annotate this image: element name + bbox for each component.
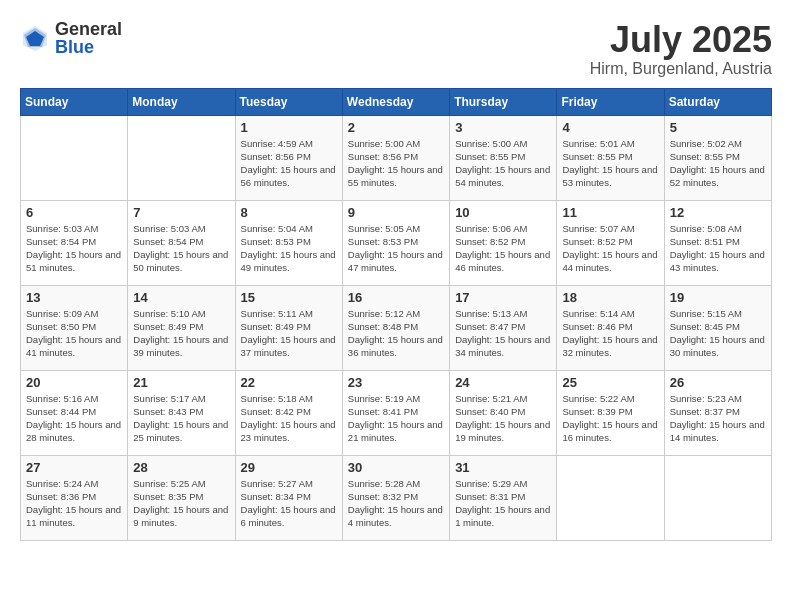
day-info: Sunrise: 5:00 AMSunset: 8:55 PMDaylight:… bbox=[455, 137, 551, 190]
calendar-cell bbox=[128, 115, 235, 200]
calendar-cell: 7Sunrise: 5:03 AMSunset: 8:54 PMDaylight… bbox=[128, 200, 235, 285]
weekday-header-tuesday: Tuesday bbox=[235, 88, 342, 115]
calendar-table: SundayMondayTuesdayWednesdayThursdayFrid… bbox=[20, 88, 772, 541]
calendar-cell: 27Sunrise: 5:24 AMSunset: 8:36 PMDayligh… bbox=[21, 455, 128, 540]
day-number: 4 bbox=[562, 120, 658, 135]
day-info: Sunrise: 5:17 AMSunset: 8:43 PMDaylight:… bbox=[133, 392, 229, 445]
day-info: Sunrise: 5:21 AMSunset: 8:40 PMDaylight:… bbox=[455, 392, 551, 445]
day-info: Sunrise: 5:23 AMSunset: 8:37 PMDaylight:… bbox=[670, 392, 766, 445]
day-info: Sunrise: 5:01 AMSunset: 8:55 PMDaylight:… bbox=[562, 137, 658, 190]
day-number: 13 bbox=[26, 290, 122, 305]
day-number: 10 bbox=[455, 205, 551, 220]
month-title: July 2025 bbox=[590, 20, 772, 60]
calendar-cell: 29Sunrise: 5:27 AMSunset: 8:34 PMDayligh… bbox=[235, 455, 342, 540]
calendar-cell: 24Sunrise: 5:21 AMSunset: 8:40 PMDayligh… bbox=[450, 370, 557, 455]
day-number: 29 bbox=[241, 460, 337, 475]
day-number: 22 bbox=[241, 375, 337, 390]
calendar-cell: 4Sunrise: 5:01 AMSunset: 8:55 PMDaylight… bbox=[557, 115, 664, 200]
day-number: 2 bbox=[348, 120, 444, 135]
calendar-cell: 15Sunrise: 5:11 AMSunset: 8:49 PMDayligh… bbox=[235, 285, 342, 370]
logo-blue: Blue bbox=[55, 38, 122, 56]
day-info: Sunrise: 5:03 AMSunset: 8:54 PMDaylight:… bbox=[133, 222, 229, 275]
day-info: Sunrise: 5:22 AMSunset: 8:39 PMDaylight:… bbox=[562, 392, 658, 445]
day-number: 27 bbox=[26, 460, 122, 475]
day-number: 3 bbox=[455, 120, 551, 135]
day-info: Sunrise: 5:09 AMSunset: 8:50 PMDaylight:… bbox=[26, 307, 122, 360]
day-info: Sunrise: 5:07 AMSunset: 8:52 PMDaylight:… bbox=[562, 222, 658, 275]
day-number: 28 bbox=[133, 460, 229, 475]
logo-icon bbox=[20, 23, 50, 53]
week-row-5: 27Sunrise: 5:24 AMSunset: 8:36 PMDayligh… bbox=[21, 455, 772, 540]
calendar-cell: 19Sunrise: 5:15 AMSunset: 8:45 PMDayligh… bbox=[664, 285, 771, 370]
calendar-cell bbox=[21, 115, 128, 200]
calendar-cell: 10Sunrise: 5:06 AMSunset: 8:52 PMDayligh… bbox=[450, 200, 557, 285]
weekday-header-thursday: Thursday bbox=[450, 88, 557, 115]
calendar-cell: 18Sunrise: 5:14 AMSunset: 8:46 PMDayligh… bbox=[557, 285, 664, 370]
calendar-cell bbox=[664, 455, 771, 540]
calendar-cell: 16Sunrise: 5:12 AMSunset: 8:48 PMDayligh… bbox=[342, 285, 449, 370]
calendar-cell: 20Sunrise: 5:16 AMSunset: 8:44 PMDayligh… bbox=[21, 370, 128, 455]
day-number: 1 bbox=[241, 120, 337, 135]
calendar-cell bbox=[557, 455, 664, 540]
day-info: Sunrise: 5:02 AMSunset: 8:55 PMDaylight:… bbox=[670, 137, 766, 190]
day-number: 21 bbox=[133, 375, 229, 390]
day-info: Sunrise: 5:27 AMSunset: 8:34 PMDaylight:… bbox=[241, 477, 337, 530]
calendar-cell: 12Sunrise: 5:08 AMSunset: 8:51 PMDayligh… bbox=[664, 200, 771, 285]
title-block: July 2025 Hirm, Burgenland, Austria bbox=[590, 20, 772, 78]
day-number: 31 bbox=[455, 460, 551, 475]
day-info: Sunrise: 5:08 AMSunset: 8:51 PMDaylight:… bbox=[670, 222, 766, 275]
week-row-1: 1Sunrise: 4:59 AMSunset: 8:56 PMDaylight… bbox=[21, 115, 772, 200]
calendar-cell: 8Sunrise: 5:04 AMSunset: 8:53 PMDaylight… bbox=[235, 200, 342, 285]
calendar-cell: 3Sunrise: 5:00 AMSunset: 8:55 PMDaylight… bbox=[450, 115, 557, 200]
calendar-cell: 5Sunrise: 5:02 AMSunset: 8:55 PMDaylight… bbox=[664, 115, 771, 200]
logo-general: General bbox=[55, 20, 122, 38]
calendar-cell: 31Sunrise: 5:29 AMSunset: 8:31 PMDayligh… bbox=[450, 455, 557, 540]
calendar-cell: 30Sunrise: 5:28 AMSunset: 8:32 PMDayligh… bbox=[342, 455, 449, 540]
day-info: Sunrise: 5:00 AMSunset: 8:56 PMDaylight:… bbox=[348, 137, 444, 190]
day-info: Sunrise: 5:16 AMSunset: 8:44 PMDaylight:… bbox=[26, 392, 122, 445]
calendar-cell: 13Sunrise: 5:09 AMSunset: 8:50 PMDayligh… bbox=[21, 285, 128, 370]
page-header: General Blue July 2025 Hirm, Burgenland,… bbox=[20, 20, 772, 78]
day-number: 17 bbox=[455, 290, 551, 305]
weekday-header-monday: Monday bbox=[128, 88, 235, 115]
weekday-header-wednesday: Wednesday bbox=[342, 88, 449, 115]
day-number: 24 bbox=[455, 375, 551, 390]
calendar-cell: 23Sunrise: 5:19 AMSunset: 8:41 PMDayligh… bbox=[342, 370, 449, 455]
day-number: 20 bbox=[26, 375, 122, 390]
calendar-cell: 2Sunrise: 5:00 AMSunset: 8:56 PMDaylight… bbox=[342, 115, 449, 200]
day-number: 14 bbox=[133, 290, 229, 305]
day-number: 9 bbox=[348, 205, 444, 220]
day-number: 18 bbox=[562, 290, 658, 305]
weekday-header-saturday: Saturday bbox=[664, 88, 771, 115]
calendar-cell: 6Sunrise: 5:03 AMSunset: 8:54 PMDaylight… bbox=[21, 200, 128, 285]
weekday-header-sunday: Sunday bbox=[21, 88, 128, 115]
week-row-2: 6Sunrise: 5:03 AMSunset: 8:54 PMDaylight… bbox=[21, 200, 772, 285]
day-number: 23 bbox=[348, 375, 444, 390]
day-info: Sunrise: 5:03 AMSunset: 8:54 PMDaylight:… bbox=[26, 222, 122, 275]
day-number: 30 bbox=[348, 460, 444, 475]
week-row-4: 20Sunrise: 5:16 AMSunset: 8:44 PMDayligh… bbox=[21, 370, 772, 455]
day-info: Sunrise: 5:13 AMSunset: 8:47 PMDaylight:… bbox=[455, 307, 551, 360]
day-info: Sunrise: 5:24 AMSunset: 8:36 PMDaylight:… bbox=[26, 477, 122, 530]
day-info: Sunrise: 5:14 AMSunset: 8:46 PMDaylight:… bbox=[562, 307, 658, 360]
day-info: Sunrise: 5:29 AMSunset: 8:31 PMDaylight:… bbox=[455, 477, 551, 530]
calendar-cell: 17Sunrise: 5:13 AMSunset: 8:47 PMDayligh… bbox=[450, 285, 557, 370]
day-number: 5 bbox=[670, 120, 766, 135]
weekday-header-friday: Friday bbox=[557, 88, 664, 115]
day-number: 16 bbox=[348, 290, 444, 305]
day-number: 15 bbox=[241, 290, 337, 305]
week-row-3: 13Sunrise: 5:09 AMSunset: 8:50 PMDayligh… bbox=[21, 285, 772, 370]
day-info: Sunrise: 5:10 AMSunset: 8:49 PMDaylight:… bbox=[133, 307, 229, 360]
calendar-cell: 22Sunrise: 5:18 AMSunset: 8:42 PMDayligh… bbox=[235, 370, 342, 455]
day-number: 8 bbox=[241, 205, 337, 220]
day-number: 25 bbox=[562, 375, 658, 390]
day-number: 12 bbox=[670, 205, 766, 220]
location-title: Hirm, Burgenland, Austria bbox=[590, 60, 772, 78]
calendar-cell: 14Sunrise: 5:10 AMSunset: 8:49 PMDayligh… bbox=[128, 285, 235, 370]
calendar-cell: 28Sunrise: 5:25 AMSunset: 8:35 PMDayligh… bbox=[128, 455, 235, 540]
calendar-cell: 26Sunrise: 5:23 AMSunset: 8:37 PMDayligh… bbox=[664, 370, 771, 455]
day-info: Sunrise: 5:06 AMSunset: 8:52 PMDaylight:… bbox=[455, 222, 551, 275]
day-info: Sunrise: 5:04 AMSunset: 8:53 PMDaylight:… bbox=[241, 222, 337, 275]
calendar-cell: 9Sunrise: 5:05 AMSunset: 8:53 PMDaylight… bbox=[342, 200, 449, 285]
day-info: Sunrise: 5:11 AMSunset: 8:49 PMDaylight:… bbox=[241, 307, 337, 360]
